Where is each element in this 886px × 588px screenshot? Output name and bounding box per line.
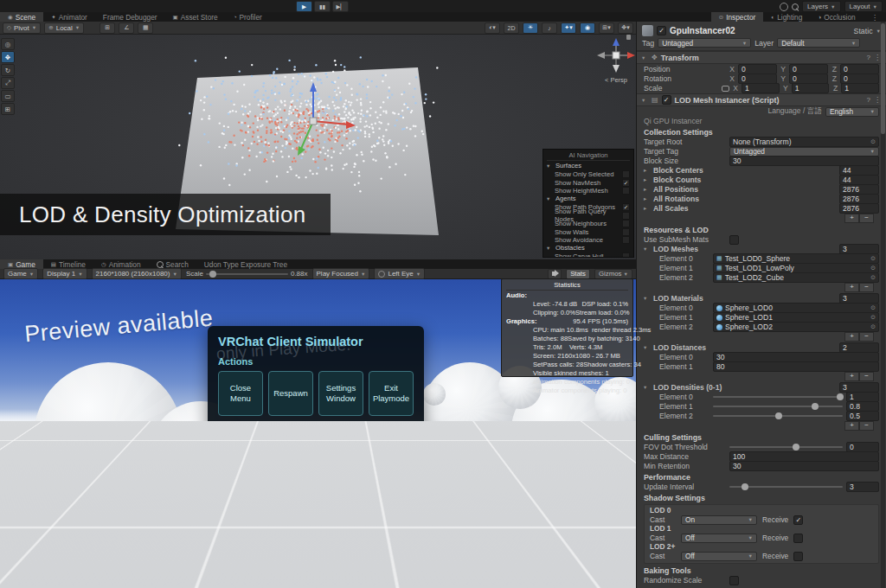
density-slider[interactable] <box>713 406 843 407</box>
account-icon[interactable] <box>780 3 788 11</box>
block-centers-label[interactable]: Block Centers <box>653 166 836 175</box>
foldout-arrow[interactable]: ▾ <box>644 384 650 391</box>
checkbox[interactable]: ✓ <box>224 480 235 491</box>
lod2-receive-checkbox[interactable] <box>793 552 803 561</box>
help-icon[interactable]: ? <box>867 54 870 61</box>
local-dropdown[interactable]: ⊕Local▼ <box>44 22 84 34</box>
scale-x-field[interactable]: 1 <box>742 83 780 93</box>
tab-inspector[interactable]: ⊙Inspector <box>711 12 764 22</box>
array-remove-button[interactable]: − <box>859 421 874 431</box>
display-dropdown[interactable]: Display 1▼ <box>42 268 87 279</box>
all-scales-label[interactable]: All Scales <box>653 204 836 213</box>
foldout-arrow[interactable]: ▾ <box>644 246 650 252</box>
array-add-button[interactable]: + <box>844 283 859 292</box>
nav-option[interactable]: Show Walls <box>547 227 630 235</box>
nav-option[interactable]: Show NavMesh✓ <box>547 178 630 186</box>
move-tool-icon[interactable]: ✥ <box>1 51 15 63</box>
checkbox[interactable]: ✓ <box>224 467 235 478</box>
group-surfaces[interactable]: ▾Surfaces <box>547 162 630 170</box>
master-checkbox-row[interactable]: ✓Master <box>224 466 312 479</box>
fov-slider[interactable] <box>729 446 843 448</box>
array-remove-button[interactable]: − <box>859 214 874 223</box>
object-picker-icon[interactable]: ⊙ <box>870 274 876 281</box>
tag-dropdown[interactable]: Untagged▼ <box>658 38 751 48</box>
transform-header[interactable]: ▾✥ Transform ?⋮ <box>637 51 886 64</box>
lod-distances-label[interactable]: LOD Distances <box>653 343 836 352</box>
all-rotations-label[interactable]: All Rotations <box>653 195 836 203</box>
nav-option[interactable]: Show Carve Hull <box>547 252 630 258</box>
orientation-gizmo[interactable]: < Persp <box>595 36 636 86</box>
language-dropdown[interactable]: English▼ <box>825 107 879 117</box>
menu-icon[interactable]: ⋮ <box>874 54 881 61</box>
use-submesh-mats-checkbox[interactable] <box>729 235 739 245</box>
foldout-arrow[interactable]: ▸ <box>644 167 650 174</box>
draw-mode-dropdown[interactable]: ◐▾ <box>485 22 500 34</box>
array-add-button[interactable]: + <box>844 214 859 223</box>
update-interval-value[interactable]: 3 <box>846 482 879 492</box>
scale-tool-icon[interactable]: ⤢ <box>1 77 15 89</box>
lod2-cast-dropdown[interactable]: Off▼ <box>681 552 757 561</box>
scale-z-field[interactable]: 1 <box>841 83 879 93</box>
array-add-button[interactable]: + <box>844 372 859 381</box>
group-agents[interactable]: ▾Agents <box>547 195 630 203</box>
checkbox[interactable] <box>622 228 630 236</box>
checkbox[interactable]: ✓ <box>622 203 630 211</box>
inspector-scrollbar[interactable] <box>881 22 885 588</box>
min-retention-field[interactable]: 30 <box>729 461 879 471</box>
desktop-reticle-checkbox-row[interactable]: ✓Desktop Reticle <box>327 450 414 463</box>
lod-densities-label[interactable]: LOD Densities (0-1) <box>653 383 836 392</box>
spawn-remote-player-button[interactable]: Spawn Remote Player <box>224 495 314 513</box>
lod-materials-label[interactable]: LOD Materials <box>653 294 836 303</box>
array-remove-button[interactable]: − <box>859 283 874 292</box>
console-logging-checkbox-row[interactable]: ✓Console Logging <box>327 476 414 489</box>
gizmos-dropdown[interactable]: Gizmos ▼ <box>594 269 632 279</box>
lod1-receive-checkbox[interactable] <box>793 534 803 543</box>
object-picker-icon[interactable]: ⊙ <box>870 265 876 272</box>
target-root-field[interactable]: None (Transform)⊙ <box>729 137 879 147</box>
grid-snap-icon[interactable]: ⊞ <box>100 22 115 34</box>
foldout-arrow[interactable]: ▾ <box>644 344 650 351</box>
object-picker-icon[interactable]: ⊙ <box>870 255 876 262</box>
target-tag-dropdown[interactable]: Untagged▼ <box>729 147 879 157</box>
player-height-slider[interactable] <box>327 503 410 508</box>
checkbox[interactable] <box>622 212 630 220</box>
foldout-arrow[interactable]: ▸ <box>644 195 650 202</box>
scene-lighting-icon[interactable]: ☀ <box>523 22 538 34</box>
gameobject-name[interactable]: GpuInstancer02 <box>670 26 851 35</box>
checkbox[interactable]: ✓ <box>622 179 630 187</box>
checkbox[interactable]: ✓ <box>327 438 338 449</box>
checkbox[interactable] <box>622 187 630 195</box>
show-tooltips-checkbox-row[interactable]: ✓Show Tooltips <box>327 437 414 450</box>
tab-lighting[interactable]: ◐Lighting <box>763 12 810 22</box>
object-picker-icon[interactable]: ⊙ <box>870 304 876 311</box>
array-add-button[interactable]: + <box>844 421 859 431</box>
pivot-dropdown[interactable]: ◇Pivot▼ <box>3 22 41 34</box>
grid-visibility-dropdown[interactable]: ⊞▾ <box>599 22 614 34</box>
tab-asset-store[interactable]: ▣Asset Store <box>165 12 226 22</box>
nav-option[interactable]: Show Avoidance <box>547 236 630 244</box>
scale-slider[interactable] <box>206 273 288 275</box>
close-menu-button[interactable]: Close Menu <box>218 371 263 416</box>
array-remove-button[interactable]: − <box>859 372 874 381</box>
rect-tool-icon[interactable]: ▭ <box>1 90 15 102</box>
view-tool-icon[interactable]: ◎ <box>1 38 15 50</box>
mesh-object-field[interactable]: ▦Test_LOD2_Cube⊙ <box>713 272 879 283</box>
menu-icon[interactable]: ⋮ <box>874 96 881 104</box>
lod-mesh-instancer-header[interactable]: ▾▤ ✓ LOD Mesh Instancer (Script) ?⋮ <box>637 93 886 106</box>
checkbox[interactable] <box>622 170 630 178</box>
resolution-dropdown[interactable]: 2160*1080 (2160x1080)▼ <box>92 268 182 279</box>
array-remove-button[interactable]: − <box>859 332 874 342</box>
pause-button[interactable]: ▮▮ <box>314 1 331 12</box>
snap-settings-icon[interactable]: ▦ <box>138 22 153 34</box>
slider-knob[interactable] <box>357 500 369 511</box>
instance-owner-checkbox-row[interactable]: ✓Instance Owner <box>224 479 312 492</box>
layout-dropdown[interactable]: Layout▼ <box>844 1 883 12</box>
nav-option[interactable]: Show HeightMesh <box>547 187 630 195</box>
camera-settings-dropdown[interactable]: ✥▾ <box>618 22 633 34</box>
foldout-arrow[interactable]: ▸ <box>644 205 650 212</box>
play-button[interactable]: ▶ <box>296 1 312 12</box>
randomize-scale-checkbox[interactable] <box>729 576 739 585</box>
checkbox[interactable] <box>622 236 630 244</box>
object-picker-icon[interactable]: ⊙ <box>870 138 876 145</box>
array-size-field[interactable]: 2876 <box>839 203 879 214</box>
